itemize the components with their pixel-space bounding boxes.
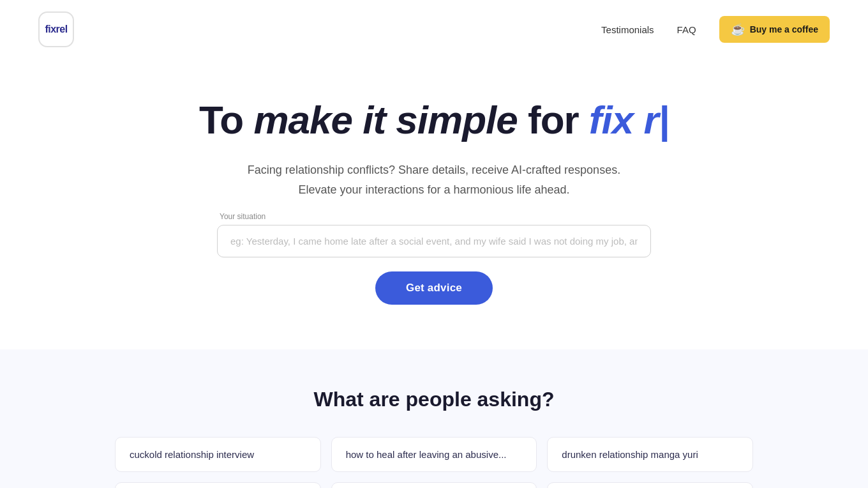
headline-part2: for [528,98,589,142]
headline-highlight: fix r| [589,98,669,142]
get-advice-button[interactable]: Get advice [375,271,493,305]
input-label: Your situation [220,212,266,221]
coffee-icon: ☕ [731,22,745,36]
logo-text: fixrel [45,24,67,35]
headline-italic: make it simple [253,98,517,142]
input-area: Your situation [217,225,651,257]
buy-coffee-label: Buy me a coffee [750,24,818,34]
subtext-line1: Facing relationship conflicts? Share det… [248,164,620,176]
hero-subtext: Facing relationship conflicts? Share det… [236,160,632,199]
asking-section: What are people asking? cuckold relation… [0,349,868,488]
hero-headline: To make it simple for fix r| [13,97,855,142]
nav-links: Testimonials FAQ ☕ Buy me a coffee [601,16,830,43]
tag-item[interactable]: relationship strains crossword nyt [547,482,753,488]
buy-coffee-button[interactable]: ☕ Buy me a coffee [719,16,830,43]
logo-box: fixrel [38,11,74,47]
tag-item[interactable]: long distance relationship ideas dates [115,482,321,488]
logo: fixrel [38,11,74,47]
tag-item[interactable]: how to heal after leaving an abusive... [331,437,537,472]
hero-section: To make it simple for fix r| Facing rela… [0,59,868,337]
tag-item[interactable]: stress strain relationship of soft tiss.… [331,482,537,488]
tag-item[interactable]: cuckold relationship interview [115,437,321,472]
headline-part1: To [199,98,253,142]
nav-faq[interactable]: FAQ [677,24,696,35]
situation-input[interactable] [217,225,651,257]
subtext-line2: Elevate your interactions for a harmonio… [298,183,569,196]
nav-testimonials[interactable]: Testimonials [601,24,654,35]
navbar: fixrel Testimonials FAQ ☕ Buy me a coffe… [0,0,868,59]
asking-title: What are people asking? [38,388,830,411]
tags-grid: cuckold relationship interviewhow to hea… [115,437,753,488]
tag-item[interactable]: drunken relationship manga yuri [547,437,753,472]
